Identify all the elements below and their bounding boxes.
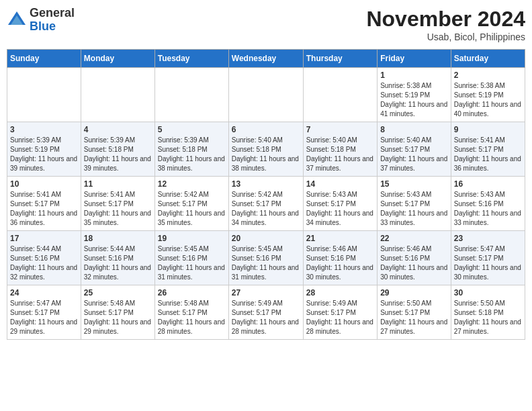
day-info: Sunrise: 5:41 AM Sunset: 5:17 PM Dayligh…	[10, 190, 78, 228]
calendar-cell	[303, 68, 377, 122]
day-info: Sunrise: 5:39 AM Sunset: 5:19 PM Dayligh…	[10, 136, 78, 173]
calendar-cell: 27Sunrise: 5:49 AM Sunset: 5:17 PM Dayli…	[228, 285, 303, 340]
day-number: 1	[380, 71, 448, 80]
calendar-cell: 6Sunrise: 5:40 AM Sunset: 5:18 PM Daylig…	[228, 122, 303, 177]
day-number: 2	[454, 71, 522, 80]
column-header-sunday: Sunday	[7, 50, 81, 68]
day-number: 23	[454, 234, 522, 243]
calendar-cell: 24Sunrise: 5:47 AM Sunset: 5:17 PM Dayli…	[7, 285, 81, 340]
day-number: 3	[10, 125, 78, 134]
logo-icon	[7, 10, 27, 30]
column-header-saturday: Saturday	[451, 50, 525, 68]
day-info: Sunrise: 5:38 AM Sunset: 5:19 PM Dayligh…	[454, 81, 522, 119]
calendar-cell: 18Sunrise: 5:44 AM Sunset: 5:16 PM Dayli…	[81, 231, 154, 285]
day-number: 19	[158, 234, 226, 243]
calendar-cell: 1Sunrise: 5:38 AM Sunset: 5:19 PM Daylig…	[378, 68, 451, 122]
week-row-2: 3Sunrise: 5:39 AM Sunset: 5:19 PM Daylig…	[7, 122, 525, 177]
calendar-cell: 2Sunrise: 5:38 AM Sunset: 5:19 PM Daylig…	[451, 68, 525, 122]
day-info: Sunrise: 5:42 AM Sunset: 5:17 PM Dayligh…	[232, 190, 300, 228]
day-info: Sunrise: 5:50 AM Sunset: 5:17 PM Dayligh…	[380, 299, 448, 336]
day-number: 22	[380, 234, 448, 243]
calendar-cell	[81, 68, 154, 122]
day-number: 8	[380, 125, 448, 134]
day-info: Sunrise: 5:48 AM Sunset: 5:17 PM Dayligh…	[84, 299, 152, 336]
day-number: 14	[306, 179, 374, 189]
day-number: 17	[10, 234, 78, 243]
day-number: 18	[84, 234, 152, 243]
header-row: SundayMondayTuesdayWednesdayThursdayFrid…	[7, 50, 525, 68]
title-block: November 2024 Usab, Bicol, Philippines	[366, 7, 525, 42]
day-info: Sunrise: 5:42 AM Sunset: 5:17 PM Dayligh…	[158, 190, 226, 228]
calendar-cell: 19Sunrise: 5:45 AM Sunset: 5:16 PM Dayli…	[154, 231, 228, 285]
calendar-header: SundayMondayTuesdayWednesdayThursdayFrid…	[7, 50, 525, 68]
day-info: Sunrise: 5:41 AM Sunset: 5:17 PM Dayligh…	[454, 136, 522, 173]
day-number: 20	[232, 234, 300, 243]
column-header-wednesday: Wednesday	[228, 50, 303, 68]
calendar-cell: 4Sunrise: 5:39 AM Sunset: 5:18 PM Daylig…	[81, 122, 154, 177]
day-info: Sunrise: 5:40 AM Sunset: 5:18 PM Dayligh…	[232, 136, 300, 173]
calendar-cell: 15Sunrise: 5:43 AM Sunset: 5:17 PM Dayli…	[378, 177, 451, 231]
week-row-4: 17Sunrise: 5:44 AM Sunset: 5:16 PM Dayli…	[7, 231, 525, 285]
column-header-thursday: Thursday	[303, 50, 377, 68]
day-info: Sunrise: 5:43 AM Sunset: 5:17 PM Dayligh…	[306, 190, 374, 228]
day-info: Sunrise: 5:46 AM Sunset: 5:16 PM Dayligh…	[380, 244, 448, 282]
day-info: Sunrise: 5:39 AM Sunset: 5:18 PM Dayligh…	[84, 136, 152, 173]
column-header-tuesday: Tuesday	[154, 50, 228, 68]
calendar-cell: 7Sunrise: 5:40 AM Sunset: 5:18 PM Daylig…	[303, 122, 377, 177]
calendar-table: SundayMondayTuesdayWednesdayThursdayFrid…	[7, 49, 525, 340]
calendar-cell: 28Sunrise: 5:49 AM Sunset: 5:17 PM Dayli…	[303, 285, 377, 340]
day-number: 29	[380, 288, 448, 298]
day-number: 24	[10, 288, 78, 298]
calendar-cell: 8Sunrise: 5:40 AM Sunset: 5:17 PM Daylig…	[378, 122, 451, 177]
day-number: 6	[232, 125, 300, 134]
day-number: 4	[84, 125, 152, 134]
day-info: Sunrise: 5:45 AM Sunset: 5:16 PM Dayligh…	[158, 244, 226, 282]
logo-general: General	[30, 7, 75, 20]
calendar-cell: 3Sunrise: 5:39 AM Sunset: 5:19 PM Daylig…	[7, 122, 81, 177]
day-number: 5	[158, 125, 226, 134]
day-number: 10	[10, 179, 78, 189]
day-info: Sunrise: 5:44 AM Sunset: 5:16 PM Dayligh…	[84, 244, 152, 282]
calendar-cell	[228, 68, 303, 122]
month-year-title: November 2024	[366, 7, 525, 32]
day-info: Sunrise: 5:44 AM Sunset: 5:16 PM Dayligh…	[10, 244, 78, 282]
calendar-body: 1Sunrise: 5:38 AM Sunset: 5:19 PM Daylig…	[7, 68, 525, 340]
calendar-cell: 12Sunrise: 5:42 AM Sunset: 5:17 PM Dayli…	[154, 177, 228, 231]
day-info: Sunrise: 5:39 AM Sunset: 5:18 PM Dayligh…	[158, 136, 226, 173]
calendar-cell: 26Sunrise: 5:48 AM Sunset: 5:17 PM Dayli…	[154, 285, 228, 340]
calendar-cell: 13Sunrise: 5:42 AM Sunset: 5:17 PM Dayli…	[228, 177, 303, 231]
location-subtitle: Usab, Bicol, Philippines	[366, 32, 525, 42]
logo: General Blue	[7, 7, 75, 34]
page-header: General Blue November 2024 Usab, Bicol, …	[7, 7, 525, 42]
day-info: Sunrise: 5:40 AM Sunset: 5:17 PM Dayligh…	[380, 136, 448, 173]
logo-blue: Blue	[30, 20, 75, 34]
day-number: 7	[306, 125, 374, 134]
calendar-cell: 23Sunrise: 5:47 AM Sunset: 5:17 PM Dayli…	[451, 231, 525, 285]
day-info: Sunrise: 5:50 AM Sunset: 5:18 PM Dayligh…	[454, 299, 522, 336]
week-row-1: 1Sunrise: 5:38 AM Sunset: 5:19 PM Daylig…	[7, 68, 525, 122]
calendar-cell: 21Sunrise: 5:46 AM Sunset: 5:16 PM Dayli…	[303, 231, 377, 285]
week-row-5: 24Sunrise: 5:47 AM Sunset: 5:17 PM Dayli…	[7, 285, 525, 340]
day-number: 12	[158, 179, 226, 189]
day-number: 13	[232, 179, 300, 189]
day-number: 28	[306, 288, 374, 298]
calendar-cell	[7, 68, 81, 122]
day-number: 16	[454, 179, 522, 189]
calendar-cell: 17Sunrise: 5:44 AM Sunset: 5:16 PM Dayli…	[7, 231, 81, 285]
day-number: 30	[454, 288, 522, 298]
day-info: Sunrise: 5:41 AM Sunset: 5:17 PM Dayligh…	[84, 190, 152, 228]
day-info: Sunrise: 5:47 AM Sunset: 5:17 PM Dayligh…	[10, 299, 78, 336]
day-info: Sunrise: 5:43 AM Sunset: 5:16 PM Dayligh…	[454, 190, 522, 228]
calendar-cell	[154, 68, 228, 122]
calendar-cell: 30Sunrise: 5:50 AM Sunset: 5:18 PM Dayli…	[451, 285, 525, 340]
day-info: Sunrise: 5:48 AM Sunset: 5:17 PM Dayligh…	[158, 299, 226, 336]
day-number: 15	[380, 179, 448, 189]
day-number: 27	[232, 288, 300, 298]
calendar-cell: 16Sunrise: 5:43 AM Sunset: 5:16 PM Dayli…	[451, 177, 525, 231]
day-info: Sunrise: 5:45 AM Sunset: 5:16 PM Dayligh…	[232, 244, 300, 282]
column-header-friday: Friday	[378, 50, 451, 68]
calendar-cell: 22Sunrise: 5:46 AM Sunset: 5:16 PM Dayli…	[378, 231, 451, 285]
week-row-3: 10Sunrise: 5:41 AM Sunset: 5:17 PM Dayli…	[7, 177, 525, 231]
calendar-cell: 9Sunrise: 5:41 AM Sunset: 5:17 PM Daylig…	[451, 122, 525, 177]
column-header-monday: Monday	[81, 50, 154, 68]
